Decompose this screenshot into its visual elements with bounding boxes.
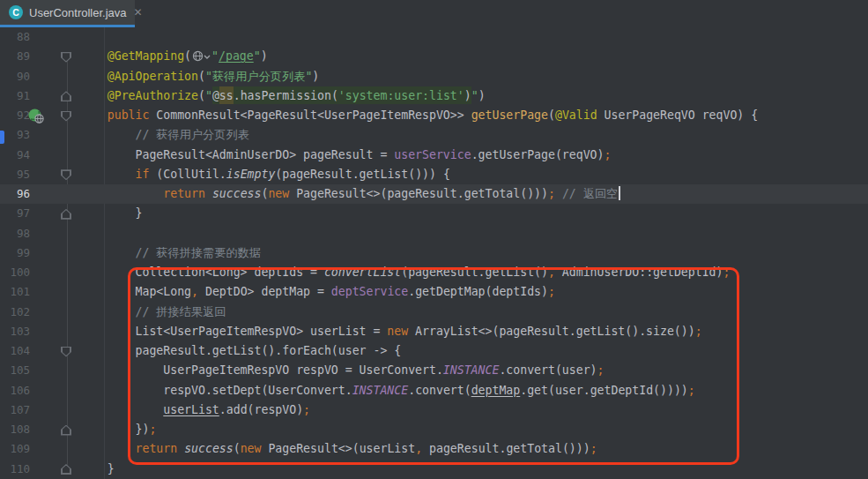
code-text[interactable]: public CommonResult<PageResult<UserPageI… [79, 106, 758, 125]
line-number[interactable]: 104 [0, 341, 30, 361]
code-token: .convert( [408, 384, 471, 397]
code-text[interactable]: PageResult<AdminUserDO> pageResult = use… [79, 146, 611, 165]
line-number[interactable]: 94 [0, 146, 30, 165]
code-line[interactable]: 109 return success(new PageResult<>(user… [0, 439, 868, 459]
code-token: // 拼接结果返回 [136, 305, 226, 318]
fold-up-marker[interactable] [61, 464, 71, 475]
url-globe-inlay-icon[interactable] [192, 50, 211, 62]
code-line[interactable]: 90 @ApiOperation("获得用户分页列表") [0, 67, 868, 86]
code-line[interactable]: 103 List<UserPageItemRespVO> userList = … [0, 322, 868, 341]
code-text[interactable]: return success(new PageResult<>(userList… [79, 439, 597, 459]
fold-down-marker[interactable] [61, 52, 71, 63]
code-token: PageResult<>(pageResult.getTotal())) [289, 187, 548, 200]
code-text[interactable]: if (CollUtil.isEmpty(pageResult.getList(… [79, 165, 450, 184]
line-number[interactable]: 100 [0, 263, 30, 282]
line-number[interactable]: 98 [0, 224, 30, 243]
line-number[interactable]: 90 [0, 67, 30, 86]
code-text[interactable]: Collection<Long> deptIds = convertList(p… [79, 263, 730, 282]
code-token: isEmpty [226, 168, 276, 181]
line-number[interactable]: 101 [0, 282, 30, 302]
line-number[interactable]: 93 [0, 125, 30, 145]
line-number[interactable]: 107 [0, 400, 30, 420]
code-text[interactable]: @PreAuthorize("@ss.hasPermission('system… [79, 86, 486, 106]
code-text[interactable]: pageResult.getList().forEach(user -> { [79, 341, 401, 361]
code-line[interactable]: 106 respVO.setDept(UserConvert.INSTANCE.… [0, 381, 868, 400]
code-text[interactable]: @ApiOperation("获得用户分页列表") [79, 67, 319, 86]
line-number[interactable]: 89 [0, 47, 30, 66]
code-line[interactable]: 102 // 拼接结果返回 [0, 303, 868, 322]
code-text[interactable]: } [79, 204, 142, 223]
code-token [79, 109, 108, 122]
line-number[interactable]: 99 [0, 243, 30, 263]
code-text[interactable]: respVO.setDept(UserConvert.INSTANCE.conv… [79, 381, 695, 400]
code-token: Collection<Long> deptIds = [79, 266, 324, 279]
code-line[interactable]: 93 // 获得用户分页列表 [0, 125, 868, 145]
line-number[interactable]: 106 [0, 381, 30, 400]
code-line[interactable]: 104 pageResult.getList().forEach(user ->… [0, 341, 868, 361]
line-number[interactable]: 108 [0, 420, 30, 439]
code-line[interactable]: 100 Collection<Long> deptIds = convertLi… [0, 263, 868, 282]
fold-down-marker[interactable] [61, 169, 71, 180]
fold-up-marker[interactable] [61, 425, 71, 436]
code-text[interactable]: // 拼接结果返回 [79, 303, 226, 322]
code-token: pageResult.getTotal())) [422, 442, 590, 455]
code-token: ) [261, 49, 268, 63]
code-line[interactable]: 101 Map<Long, DeptDO> deptMap = deptServ… [0, 282, 868, 302]
code-token: , [415, 442, 422, 455]
line-number[interactable]: 103 [0, 322, 30, 341]
code-token: /page [219, 49, 254, 63]
code-line[interactable]: 110 } [0, 460, 868, 479]
code-line[interactable]: 94 PageResult<AdminUserDO> pageResult = … [0, 146, 868, 165]
line-number[interactable]: 91 [0, 86, 30, 106]
code-text[interactable]: @GetMapping("/page") [79, 47, 268, 66]
code-token: Map<Long [79, 285, 191, 298]
code-text[interactable]: // 获得拼接需要的数据 [79, 243, 261, 263]
fold-up-marker[interactable] [61, 91, 71, 101]
code-text[interactable]: }); [79, 420, 156, 439]
code-line[interactable]: 107 userList.add(respVO); [0, 400, 868, 420]
code-line[interactable]: 95 if (CollUtil.isEmpty(pageResult.getLi… [0, 165, 868, 184]
api-method-gutter-icon[interactable] [28, 109, 44, 123]
code-text[interactable]: UserPageItemRespVO respVO = UserConvert.… [79, 361, 605, 380]
code-token: } [79, 206, 142, 220]
code-text[interactable]: userList.add(respVO); [79, 400, 310, 420]
code-token: ) [464, 86, 471, 104]
line-number[interactable]: 95 [0, 165, 30, 184]
code-text[interactable]: // 获得用户分页列表 [79, 125, 249, 145]
line-number[interactable]: 92 [0, 106, 30, 125]
code-text[interactable]: } [79, 460, 115, 479]
code-line[interactable]: 98 [0, 224, 868, 243]
fold-down-marker[interactable] [61, 347, 71, 357]
code-line[interactable]: 97 } [0, 204, 868, 223]
code-line[interactable]: 96 return success(new PageResult<>(pageR… [0, 184, 868, 204]
line-number[interactable]: 97 [0, 204, 30, 223]
code-line[interactable]: 89 @GetMapping("/page") [0, 47, 868, 66]
tab-close-icon[interactable]: ✕ [134, 7, 143, 18]
code-token: " [254, 49, 261, 63]
code-token: new [241, 442, 262, 455]
line-number[interactable]: 88 [0, 27, 30, 47]
code-token: PageResult<AdminUserDO> pageResult = [79, 148, 394, 161]
code-editor[interactable]: 8889 @GetMapping("/page")90 @ApiOperatio… [0, 27, 868, 479]
code-line[interactable]: 108 }); [0, 420, 868, 439]
line-number[interactable]: 110 [0, 460, 30, 479]
line-number[interactable]: 96 [0, 184, 30, 204]
code-line[interactable]: 92 public CommonResult<PageResult<UserPa… [0, 106, 868, 125]
code-token: .get(user.getDeptId()))) [520, 384, 688, 397]
code-token: (CollUtil. [149, 168, 226, 181]
code-line[interactable]: 105 UserPageItemRespVO respVO = UserConv… [0, 361, 868, 380]
code-text[interactable]: return success(new PageResult<>(pageResu… [79, 184, 620, 204]
line-number[interactable]: 102 [0, 303, 30, 322]
fold-down-marker[interactable] [61, 111, 71, 122]
line-number[interactable]: 109 [0, 439, 30, 459]
code-text[interactable]: Map<Long, DeptDO> deptMap = deptService.… [79, 282, 555, 302]
fold-up-marker[interactable] [61, 209, 71, 220]
code-line[interactable]: 88 [0, 27, 868, 47]
line-number[interactable]: 105 [0, 361, 30, 380]
editor-tab-usercontroller[interactable]: C UserController.java ✕ [0, 0, 135, 25]
code-token: DeptDO> deptMap = [198, 285, 331, 298]
code-line[interactable]: 91 @PreAuthorize("@ss.hasPermission('sys… [0, 86, 868, 106]
code-text[interactable]: List<UserPageItemRespVO> userList = new … [79, 322, 702, 341]
code-line[interactable]: 99 // 获得拼接需要的数据 [0, 243, 868, 263]
code-token: 'system:user:list' [338, 86, 464, 104]
